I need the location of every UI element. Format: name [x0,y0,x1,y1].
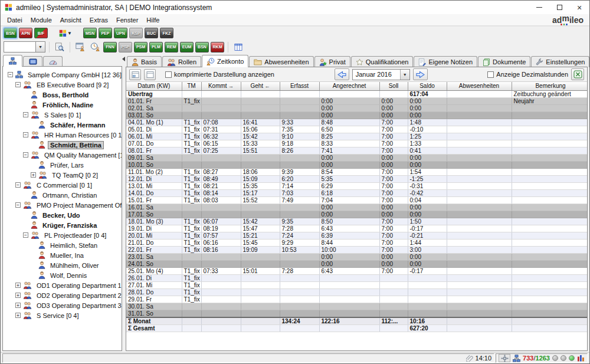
cell-geht[interactable]: 16:41 [241,119,280,126]
cell-abwesenheiten[interactable] [447,175,512,182]
table-row-12-01-di[interactable]: 12.01. DiT1_fix08:4915:096:205:357:00-1:… [126,175,587,182]
cell-geht[interactable] [241,303,280,310]
table-row-29-01-fr[interactable]: 29.01. FrT1_fix [126,296,587,303]
cell-abwesenheiten[interactable] [447,281,512,288]
collapse-toggle[interactable]: − [23,132,28,137]
table-row-13-01-mi[interactable]: 13.01. MiT1_fix08:2115:357:146:297:00-0:… [126,182,587,189]
cell-bemerkung[interactable] [512,168,587,175]
table-row-16-01-sa[interactable]: 16.01. Sa0:000:000:00 [126,204,587,211]
cell-datum-kw[interactable]: 03.01. So [126,112,182,119]
cell-tm[interactable]: T1_fix [182,182,201,189]
cell-angerechnet[interactable]: 5:35 [319,175,379,182]
cell-abwesenheiten[interactable] [447,97,512,104]
cell-soll[interactable]: 7:00 [379,232,408,239]
tree-node-schmidt-bettina[interactable]: Schmidt, Bettina [5,140,122,150]
cell-soll[interactable]: 7:00 [379,189,408,196]
table-row-25-01-mo-4[interactable]: 25.01. Mo (4)T1_fix07:3315:017:286:437:0… [126,267,587,274]
cell-kommt[interactable] [201,112,241,119]
cell-geht[interactable]: 15:45 [241,239,280,246]
cell-saldo[interactable]: -0:42 [408,189,447,196]
cell-tm[interactable] [182,310,201,317]
cell-kommt[interactable] [201,161,241,168]
cell-kommt[interactable]: 08:21 [201,182,241,189]
cell-datum-kw[interactable]: 24.01. So [126,260,182,267]
cell-bemerkung[interactable] [512,182,587,189]
cell-angerechnet[interactable]: 10:00 [319,246,379,253]
cell-kommt[interactable] [201,204,241,211]
cell-erfasst[interactable]: 8:26 [280,147,319,154]
toolbar-button-fkz[interactable]: FKZ [160,28,173,38]
tree-node-s-service-0-4[interactable]: +S Service [0 4] [5,310,122,320]
expand-toggle[interactable]: + [15,283,21,288]
cell-angerechnet[interactable] [319,324,379,332]
table-row-monat[interactable]: Σ Monat134:24122:16112:...10:16 [126,317,587,325]
cell-kommt[interactable] [201,253,241,260]
cell-erfasst[interactable]: 9:35 [280,218,319,225]
cell-kommt[interactable]: 08:03 [201,196,241,204]
cell-geht[interactable]: 15:35 [241,182,280,189]
cell-tm[interactable]: T1_fix [182,246,201,253]
cell-angerechnet[interactable]: 0:00 [319,260,379,267]
cell-abwesenheiten[interactable] [447,260,512,267]
cell-tm[interactable] [182,317,201,325]
tab-privat[interactable]: Privat [314,56,350,67]
cell-tm[interactable] [182,161,201,168]
table-row-gesamt[interactable]: Σ Gesamt627:20 [126,324,587,332]
cell-kommt[interactable]: 08:19 [201,225,241,232]
cell-abwesenheiten[interactable] [447,90,512,97]
tree-node-ortmann-christian[interactable]: Ortmann, Christian [5,190,122,200]
tree-node-eb-executive-board-9-2[interactable]: −EB Executive Board [9 2] [5,80,122,90]
tree-node-m-hlheim-oliver[interactable]: Mühlheim, Oliver [5,260,122,270]
tree-node-fr-hlich-nadine[interactable]: Fröhlich, Nadine [5,100,122,110]
cell-datum-kw[interactable]: 09.01. Sa [126,154,182,161]
cell-abwesenheiten[interactable] [447,161,512,168]
cell-bemerkung[interactable] [512,260,587,267]
cell-soll[interactable] [379,324,408,332]
cell-soll[interactable]: 0:00 [379,104,408,112]
cell-geht[interactable]: 15:33 [241,140,280,147]
cell-soll[interactable] [379,296,408,303]
cell-erfasst[interactable]: 9:33 [280,119,319,126]
cell-bemerkung[interactable] [512,161,587,168]
cell-geht[interactable]: 15:06 [241,126,280,133]
cell-kommt[interactable] [201,288,241,296]
cell-erfasst[interactable] [280,260,319,267]
cell-erfasst[interactable]: 9:10 [280,133,319,140]
cell-bemerkung[interactable] [512,267,587,274]
cell-erfasst[interactable]: 7:28 [280,225,319,232]
expand-toggle[interactable]: + [15,293,21,298]
cell-angerechnet[interactable]: 0:00 [319,253,379,260]
cell-angerechnet[interactable]: 7:41 [319,147,379,154]
cell-abwesenheiten[interactable] [447,126,512,133]
cell-geht[interactable] [241,324,280,332]
cell-saldo[interactable] [408,281,447,288]
table-row-03-01-so[interactable]: 03.01. So0:000:000:00 [126,112,587,119]
cell-abwesenheiten[interactable] [447,317,512,325]
cell-kommt[interactable]: 06:32 [201,133,241,140]
cell-erfasst[interactable] [280,161,319,168]
tab-rollen[interactable]: Rollen [162,56,201,67]
full-view-button[interactable] [144,69,156,80]
cell-geht[interactable]: 19:09 [241,246,280,253]
tree-node-wolf-dennis[interactable]: Wolf, Dennis [5,270,122,280]
tab-abwesenheiten[interactable]: Abwesenheiten [249,56,313,67]
cell-geht[interactable] [241,260,280,267]
tree-node-od2-operating-department-2-0-6[interactable]: +OD2 Operating Department 2 [0 6] [5,290,122,300]
toolbar-button-plm[interactable]: PLM [149,42,163,53]
cell-angerechnet[interactable]: 6:50 [319,126,379,133]
cell-bemerkung[interactable] [512,288,587,296]
toolbar-button-psp[interactable]: PSP [119,42,132,53]
cell-abwesenheiten[interactable] [447,324,512,332]
tree-node-heimlich-stefan[interactable]: Heimlich, Stefan [5,240,122,250]
table-row-21-01-do[interactable]: 21.01. DoT1_fix06:1615:459:298:447:001:4… [126,239,587,246]
cell-tm[interactable]: T1_fix [182,239,201,246]
collapse-toggle[interactable]: − [23,152,28,158]
column-settings-button[interactable] [232,41,245,53]
cell-tm[interactable]: T1_fix [182,196,201,204]
cell-datum-kw[interactable]: 11.01. Mo (2) [126,168,182,175]
cell-erfasst[interactable] [280,253,319,260]
cell-tm[interactable]: T1_fix [182,126,201,133]
tree-node-sch-fer-hermann[interactable]: Schäfer, Hermann [5,120,122,130]
cell-geht[interactable] [241,204,280,211]
cell-angerechnet[interactable]: 0:00 [319,104,379,112]
